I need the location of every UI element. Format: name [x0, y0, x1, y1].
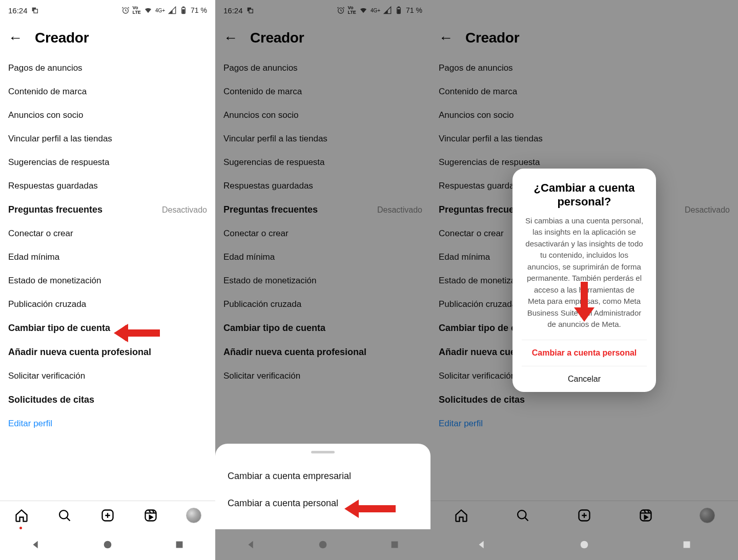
menu-item[interactable]: Anuncios con socio	[223, 103, 422, 127]
svg-point-9	[104, 541, 112, 549]
edit-profile-link[interactable]: Editar perfil	[439, 412, 730, 435]
menu-item-change-account-type[interactable]: Cambiar tipo de cuenta	[8, 316, 207, 340]
menu-item[interactable]: Solicitar verificación	[223, 364, 422, 388]
page-title: Creador	[465, 30, 519, 46]
status-time: 16:24	[8, 6, 28, 15]
wifi-icon	[359, 6, 367, 14]
android-back-icon[interactable]	[30, 539, 42, 550]
android-home-icon[interactable]	[317, 539, 329, 550]
android-recents-icon[interactable]	[174, 539, 185, 550]
menu-item[interactable]: Pagos de anuncios	[8, 56, 207, 80]
menu-item[interactable]: Estado de monetización	[223, 269, 422, 293]
menu-item[interactable]: Conectar o crear	[223, 222, 422, 245]
status-time: 16:24	[439, 6, 458, 15]
menu-item[interactable]: Contenido de marca	[8, 80, 207, 103]
sheet-handle[interactable]	[311, 451, 335, 453]
tab-profile[interactable]	[186, 507, 202, 524]
annotation-arrow	[114, 323, 160, 343]
status-badge: Desactivado	[377, 205, 422, 215]
svg-rect-33	[684, 542, 690, 548]
menu-item[interactable]: Edad mínima	[223, 245, 422, 269]
menu-item-faq[interactable]: Preguntas frecuentes Desactivado	[8, 198, 207, 222]
android-recents-icon[interactable]	[389, 539, 400, 550]
screen-3: 16:24 VoLTE 4G+ 71 % ← Creador Pagos de …	[430, 0, 738, 560]
svg-rect-27	[706, 7, 707, 7]
tab-create[interactable]	[99, 507, 116, 524]
tab-home[interactable]	[13, 507, 30, 524]
android-home-icon[interactable]	[102, 539, 113, 550]
android-home-icon[interactable]	[579, 539, 590, 550]
menu-item-change-account-type[interactable]: Cambiar tipo de cuenta	[223, 316, 422, 340]
menu-item[interactable]: Sugerencias de respuesta	[223, 151, 422, 174]
menu-item[interactable]: Conectar o crear	[8, 222, 207, 245]
status-bar: 16:24 VoLTE 4G+ 71 %	[430, 0, 738, 20]
screenshot-icon	[461, 6, 469, 14]
battery-percent: 71 %	[406, 6, 422, 14]
svg-point-32	[581, 541, 588, 549]
svg-point-29	[518, 510, 526, 518]
menu-item[interactable]: Pagos de anuncios	[439, 56, 730, 80]
bottom-sheet: Cambiar a cuenta empresarial Cambiar a c…	[215, 444, 430, 529]
tab-create[interactable]	[576, 507, 592, 524]
tab-search[interactable]	[515, 507, 531, 524]
menu-item[interactable]: Respuestas guardadas	[223, 174, 422, 198]
settings-menu: Pagos de anuncios Contenido de marca Anu…	[0, 56, 215, 435]
svg-point-19	[319, 541, 327, 549]
svg-rect-8	[146, 510, 156, 521]
tab-reels[interactable]	[142, 507, 159, 524]
alarm-icon	[644, 6, 652, 14]
menu-item-add-pro-account[interactable]: Añadir nueva cuenta profesional	[8, 340, 207, 364]
menu-item[interactable]: Edad mínima	[8, 245, 207, 269]
battery-icon	[702, 6, 710, 14]
menu-item[interactable]: Publicación cruzada	[8, 293, 207, 316]
svg-rect-21	[358, 505, 396, 512]
tab-home[interactable]	[453, 507, 469, 524]
tab-search[interactable]	[56, 507, 73, 524]
menu-item[interactable]: Solicitar verificación	[8, 364, 207, 388]
svg-marker-35	[574, 307, 594, 322]
menu-item[interactable]: Pagos de anuncios	[223, 56, 422, 80]
back-arrow-icon[interactable]: ←	[223, 31, 238, 45]
android-nav-bar	[215, 529, 430, 560]
modal-confirm-button[interactable]: Cambiar a cuenta personal	[522, 340, 647, 366]
svg-rect-24	[464, 9, 468, 13]
confirm-modal: ¿Cambiar a cuenta personal? Si cambias a…	[512, 169, 656, 392]
menu-item[interactable]: Publicación cruzada	[223, 293, 422, 316]
android-back-icon[interactable]	[245, 539, 257, 550]
android-nav-bar	[430, 529, 738, 560]
svg-rect-28	[705, 10, 707, 13]
sheet-option-business[interactable]: Cambiar a cuenta empresarial	[228, 463, 418, 490]
annotation-arrow	[573, 282, 596, 322]
menu-item[interactable]: Estado de monetización	[8, 269, 207, 293]
menu-item[interactable]: Respuestas guardadas	[8, 174, 207, 198]
svg-marker-12	[114, 324, 128, 342]
svg-rect-13	[247, 8, 251, 11]
back-arrow-icon[interactable]: ←	[8, 31, 23, 45]
back-arrow-icon[interactable]: ←	[439, 31, 453, 45]
menu-item[interactable]: Vincular perfil a las tiendas	[439, 127, 730, 151]
menu-item-faq[interactable]: Preguntas frecuentes Desactivado	[223, 198, 422, 222]
tab-profile[interactable]	[699, 507, 715, 524]
menu-item[interactable]: Anuncios con socio	[439, 103, 730, 127]
svg-rect-10	[176, 542, 183, 548]
edit-profile-link[interactable]: Editar perfil	[8, 412, 207, 435]
menu-item[interactable]: Vincular perfil a las tiendas	[8, 127, 207, 151]
svg-rect-26	[705, 8, 708, 14]
menu-item[interactable]: Contenido de marca	[223, 80, 422, 103]
volte-icon: VoLTE	[133, 6, 141, 15]
menu-item-appointments[interactable]: Solicitudes de citas	[8, 388, 207, 412]
tab-reels[interactable]	[638, 507, 654, 524]
menu-item[interactable]: Anuncios con socio	[8, 103, 207, 127]
battery-icon	[179, 6, 188, 14]
android-back-icon[interactable]	[476, 539, 487, 550]
android-recents-icon[interactable]	[681, 539, 692, 550]
menu-item-add-pro-account[interactable]: Añadir nueva cuenta profesional	[223, 340, 422, 364]
battery-icon	[395, 6, 403, 14]
menu-item[interactable]: Sugerencias de respuesta	[8, 151, 207, 174]
menu-item[interactable]: Vincular perfil a las tiendas	[223, 127, 422, 151]
menu-item[interactable]: Contenido de marca	[439, 80, 730, 103]
signal-icon	[168, 6, 176, 14]
modal-cancel-button[interactable]: Cancelar	[522, 366, 647, 392]
annotation-arrow	[344, 499, 396, 519]
status-bar: 16:24 VoLTE 4G+ 71 %	[215, 0, 430, 20]
